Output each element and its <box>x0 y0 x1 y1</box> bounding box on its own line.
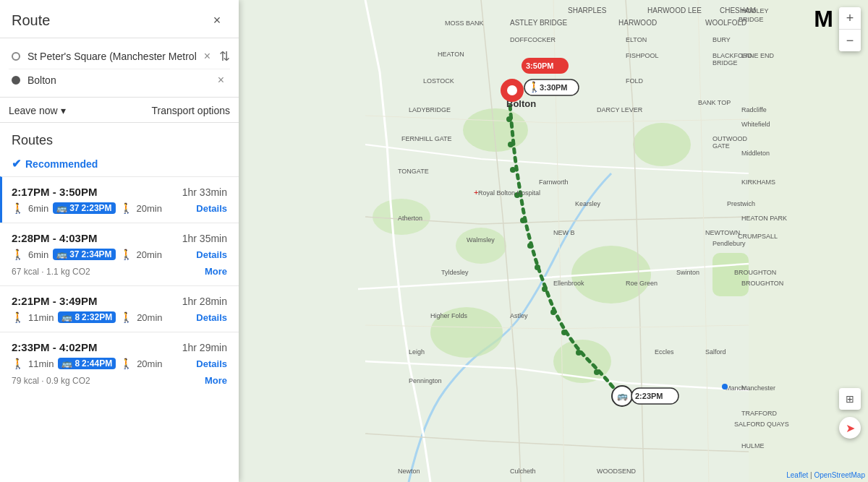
svg-text:HEATON PARK: HEATON PARK <box>741 215 787 222</box>
bus-icon-4: 🚌 <box>61 358 72 369</box>
svg-text:CRUMPSALL: CRUMPSALL <box>738 233 778 240</box>
svg-text:Farnworth: Farnworth <box>539 178 569 186</box>
svg-text:FISHPOOL: FISHPOOL <box>626 52 659 59</box>
transport-options-button[interactable]: Transport options <box>152 105 230 116</box>
walk-icon-2: 🚶 <box>12 249 24 260</box>
routes-section: Routes ✔ Recommended 2:17PM - 3:50PM 1hr… <box>0 123 239 482</box>
route-1-duration: 1hr 33min <box>182 186 227 198</box>
route-header: Route × <box>0 0 239 38</box>
svg-text:BROUGHTON: BROUGHTON <box>734 269 776 276</box>
svg-text:Newton: Newton <box>398 468 420 475</box>
svg-text:3:50PM: 3:50PM <box>526 61 554 70</box>
walk-icon-2b: 🚶 <box>120 249 132 260</box>
svg-text:Tyldesley: Tyldesley <box>441 269 469 276</box>
svg-point-17 <box>520 218 526 223</box>
options-row: Leave now ▾ Transport options <box>0 98 239 123</box>
svg-text:Pennington: Pennington <box>409 377 442 384</box>
inputs-section: × ⇅ × <box>0 38 239 98</box>
bus-badge-4: 🚌 8 2:44PM <box>58 358 116 369</box>
route-card-2[interactable]: 2:28PM - 4:03PM 1hr 35min 🚶 6min 🚌 37 2:… <box>0 223 239 285</box>
route-3-duration: 1hr 28min <box>182 296 227 307</box>
svg-text:NEWTOWN: NEWTOWN <box>705 229 740 236</box>
origin-dot-icon <box>12 52 20 61</box>
svg-point-12 <box>561 330 567 335</box>
svg-text:Eccles: Eccles <box>655 348 674 356</box>
svg-text:Royal Bolton Hospital: Royal Bolton Hospital <box>478 189 540 197</box>
svg-text:Culcheth: Culcheth <box>510 468 536 475</box>
route-4-times: 2:33PM - 4:02PM <box>12 341 97 353</box>
svg-text:BRIDGE: BRIDGE <box>739 16 764 23</box>
grid-icon: ⊞ <box>846 393 854 405</box>
svg-text:Manchester: Manchester <box>741 384 775 392</box>
route-4-eco: 79 kcal · 0.9 kg CO2 <box>12 376 90 386</box>
close-button[interactable]: × <box>207 10 227 30</box>
route-1-details-button[interactable]: Details <box>196 203 227 214</box>
svg-text:FOLD: FOLD <box>626 77 644 85</box>
svg-text:ASTLEY BRIDGE: ASTLEY BRIDGE <box>510 19 568 27</box>
origin-row: × ⇅ <box>9 44 230 69</box>
svg-text:Roe Green: Roe Green <box>626 280 658 287</box>
route-2-times: 2:28PM - 4:03PM <box>12 232 97 244</box>
origin-clear-button[interactable]: × <box>201 50 213 63</box>
route-2-details-button[interactable]: Details <box>196 249 227 260</box>
svg-text:ELTON: ELTON <box>626 36 647 43</box>
route-2-eco-row: 67 kcal · 1.1 kg CO2 More <box>12 266 227 277</box>
svg-text:DOFFCOCKER: DOFFCOCKER <box>510 36 556 43</box>
svg-text:LADYBRIDGE: LADYBRIDGE <box>409 106 451 113</box>
walk-icon-3: 🚶 <box>12 311 24 323</box>
svg-text:Whitefield: Whitefield <box>741 121 770 128</box>
svg-text:NEW B: NEW B <box>553 229 575 236</box>
svg-text:Swinton: Swinton <box>676 269 699 276</box>
walk-icon-3b: 🚶 <box>120 311 132 323</box>
zoom-controls: + − <box>839 7 861 51</box>
route-4-details-button[interactable]: Details <box>196 358 227 369</box>
destination-row: × <box>9 69 230 91</box>
svg-point-15 <box>535 264 540 270</box>
svg-text:KIRKHAMS: KIRKHAMS <box>741 178 775 186</box>
svg-text:OUTWOOD: OUTWOOD <box>712 135 747 142</box>
destination-clear-button[interactable]: × <box>215 74 227 87</box>
swap-button[interactable]: ⇅ <box>219 48 230 64</box>
svg-text:HARWOOD LEE: HARWOOD LEE <box>647 7 702 14</box>
walk-icon-1: 🚶 <box>12 202 24 214</box>
route-3-time-row: 2:21PM - 3:49PM 1hr 28min <box>12 295 227 307</box>
route-4-time-row: 2:33PM - 4:02PM 1hr 29min <box>12 341 227 353</box>
compass-button[interactable]: ➤ <box>839 417 861 439</box>
svg-text:Astley: Astley <box>510 312 528 319</box>
svg-point-98 <box>722 384 728 390</box>
route-3-details: 🚶 11min 🚌 8 2:32PM 🚶 20min Details <box>12 311 227 323</box>
svg-text:HULME: HULME <box>741 442 765 449</box>
svg-text:HARWOOD: HARWOOD <box>618 19 657 27</box>
route-card-1[interactable]: 2:17PM - 3:50PM 1hr 33min 🚶 6min 🚌 37 2:… <box>0 176 239 223</box>
svg-text:Atherton: Atherton <box>398 215 422 222</box>
osm-link[interactable]: OpenStreetMap <box>814 471 865 479</box>
origin-input[interactable] <box>27 51 201 62</box>
route-card-3[interactable]: 2:21PM - 3:49PM 1hr 28min 🚶 11min 🚌 8 2:… <box>0 285 239 332</box>
svg-point-14 <box>542 286 548 292</box>
bus-badge-2: 🚌 37 2:34PM <box>53 249 115 260</box>
route-2-more-button[interactable]: More <box>205 266 227 277</box>
svg-text:Kearsley: Kearsley <box>575 200 601 207</box>
compass-icon: ➤ <box>846 421 855 435</box>
chevron-down-icon: ▾ <box>61 105 66 116</box>
svg-text:BROUGHTON: BROUGHTON <box>741 280 783 287</box>
grid-control[interactable]: ⊞ <box>839 388 861 410</box>
route-card-4[interactable]: 2:33PM - 4:02PM 1hr 29min 🚶 11min 🚌 8 2:… <box>0 332 239 395</box>
zoom-in-button[interactable]: + <box>839 7 861 29</box>
svg-text:2:23PM: 2:23PM <box>635 392 663 400</box>
svg-text:LOSTOCK: LOSTOCK <box>423 77 454 85</box>
svg-text:Radcliffe: Radcliffe <box>741 106 767 113</box>
zoom-out-button[interactable]: − <box>839 30 861 51</box>
route-4-more-button[interactable]: More <box>205 375 227 386</box>
metro-logo: M <box>814 6 833 33</box>
svg-text:Ellenbrook: Ellenbrook <box>553 280 584 287</box>
bus-icon-3: 🚌 <box>61 312 72 322</box>
leave-now-button[interactable]: Leave now ▾ <box>9 105 66 116</box>
route-3-details-button[interactable]: Details <box>196 312 227 323</box>
recommended-badge: ✔ Recommended <box>0 154 239 176</box>
svg-text:BANK TOP: BANK TOP <box>698 99 731 106</box>
leaflet-link[interactable]: Leaflet <box>786 471 808 479</box>
route-3-times: 2:21PM - 3:49PM <box>12 295 97 307</box>
destination-input[interactable] <box>27 74 215 86</box>
svg-text:SALFORD QUAYS: SALFORD QUAYS <box>734 421 789 428</box>
